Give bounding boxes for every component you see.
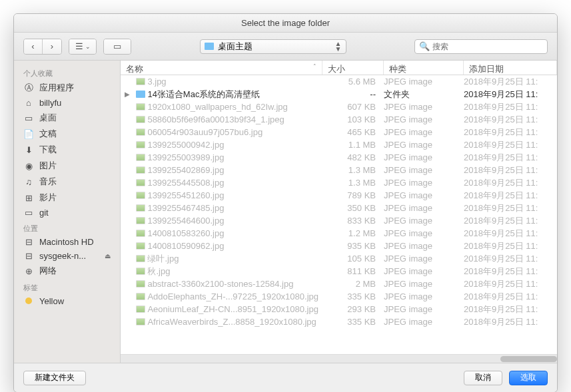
sidebar-item-label: 网络 <box>39 265 57 277</box>
file-row[interactable]: 1399255402869.jpg1.3 MBJPEG image2018年9月… <box>121 164 557 176</box>
sidebar-item[interactable]: ♫音乐 <box>14 174 120 190</box>
image-file-icon <box>134 116 147 123</box>
file-date: 2018年9月25日 11: <box>464 76 557 88</box>
back-button[interactable]: ‹ <box>24 39 43 54</box>
image-file-icon <box>134 293 147 300</box>
group-button[interactable]: ▭ <box>104 39 131 54</box>
sidebar-item-label: 音乐 <box>39 176 57 188</box>
home-icon: ⌂ <box>23 98 34 108</box>
file-size: 1.3 MB <box>322 178 384 188</box>
desktop-icon: ▭ <box>23 113 34 123</box>
file-name: 1400810590962.jpg <box>147 241 322 251</box>
file-row[interactable]: 1400810590962.jpg935 KBJPEG image2018年9月… <box>121 240 557 252</box>
view-mode-button[interactable]: ☰⌄ <box>69 39 96 54</box>
chevron-down-icon: ⌄ <box>85 43 91 50</box>
file-row[interactable]: 1399255467485.jpg350 KBJPEG image2018年9月… <box>121 202 557 214</box>
file-row[interactable]: AfricaWeaverbirds_Z...8858_1920x1080.jpg… <box>121 315 557 328</box>
file-row[interactable]: 060054r903auu97j057bu6.jpg465 KBJPEG ima… <box>121 126 557 138</box>
file-kind: JPEG image <box>384 102 464 112</box>
file-size: 5.6 MB <box>322 77 384 87</box>
file-row[interactable]: ▶14张适合Mac系统的高清壁纸--文件夹2018年9月25日 11: <box>121 88 557 100</box>
sidebar-item[interactable]: ⌂billyfu <box>14 96 120 110</box>
file-kind: JPEG image <box>384 279 464 289</box>
file-kind: JPEG image <box>384 190 464 200</box>
file-size: 350 KB <box>322 203 384 213</box>
file-date: 2018年9月25日 11: <box>464 228 557 240</box>
file-name: AfricaWeaverbirds_Z...8858_1920x1080.jpg <box>147 317 322 327</box>
search-field[interactable]: 🔍 <box>414 39 548 54</box>
eject-icon[interactable]: ⏏ <box>105 252 111 260</box>
sidebar-item[interactable]: ▭git <box>14 206 120 220</box>
file-row[interactable]: 1399255003989.jpg482 KBJPEG image2018年9月… <box>121 151 557 164</box>
header-name[interactable]: 名称˄ <box>121 61 322 75</box>
sidebar-item-label: sysgeek-n... <box>39 251 86 261</box>
file-kind: JPEG image <box>384 254 464 264</box>
forward-button[interactable]: › <box>43 39 61 54</box>
file-size: 789 KB <box>322 190 384 200</box>
sort-asc-icon: ˄ <box>313 63 316 70</box>
sidebar: 个人收藏Ⓐ应用程序⌂billyfu▭桌面📄文稿⬇下载◉图片♫音乐⊞影片▭git位… <box>14 61 121 363</box>
music-icon: ♫ <box>23 177 34 187</box>
image-file-icon <box>134 318 147 325</box>
file-row[interactable]: 3.jpg5.6 MBJPEG image2018年9月25日 11: <box>121 75 557 88</box>
file-name: 绿叶.jpg <box>147 253 322 265</box>
new-folder-button[interactable]: 新建文件夹 <box>23 371 86 385</box>
file-row[interactable]: AeoniumLeaf_ZH-CN...8951_1920x1080.jpg29… <box>121 303 557 315</box>
image-file-icon <box>134 179 147 186</box>
file-date: 2018年9月25日 11: <box>464 202 557 214</box>
search-icon: 🔍 <box>419 41 430 51</box>
file-size: 335 KB <box>322 292 384 301</box>
file-size: -- <box>322 89 384 99</box>
sidebar-item[interactable]: Yellow <box>14 294 120 308</box>
header-date[interactable]: 添加日期 <box>464 61 557 75</box>
file-list: 3.jpg5.6 MBJPEG image2018年9月25日 11:▶14张适… <box>121 75 557 354</box>
sidebar-item[interactable]: ⬇下载 <box>14 142 120 158</box>
file-row[interactable]: 1399255464600.jpg833 KBJPEG image2018年9月… <box>121 214 557 227</box>
sidebar-item[interactable]: ▭桌面 <box>14 110 120 126</box>
sidebar-item[interactable]: Ⓐ应用程序 <box>14 80 120 96</box>
file-date: 2018年9月25日 11: <box>464 139 557 151</box>
file-row[interactable]: 1399255445508.jpg1.3 MBJPEG image2018年9月… <box>121 176 557 189</box>
file-name: 秋.jpg <box>147 266 322 278</box>
image-file-icon <box>134 154 147 161</box>
header-size[interactable]: 大小 <box>322 61 384 75</box>
file-row[interactable]: 绿叶.jpg105 KBJPEG image2018年9月25日 11: <box>121 252 557 265</box>
updown-icon: ▲▼ <box>335 41 342 52</box>
file-row[interactable]: 1400810583260.jpg1.2 MBJPEG image2018年9月… <box>121 227 557 240</box>
sidebar-item[interactable]: 📄文稿 <box>14 126 120 142</box>
disclosure-triangle-icon[interactable]: ▶ <box>125 91 134 98</box>
image-file-icon <box>134 204 147 212</box>
sidebar-item[interactable]: ◉图片 <box>14 158 120 174</box>
cancel-button[interactable]: 取消 <box>464 371 502 385</box>
toolbar: ‹ › ☰⌄ ▭ 桌面主题 ▲▼ 🔍 <box>14 33 557 61</box>
file-size: 335 KB <box>322 317 384 327</box>
choose-button[interactable]: 选取 <box>509 371 548 385</box>
sidebar-section-header: 个人收藏 <box>14 65 120 80</box>
file-row[interactable]: abstract-3360x2100-stones-12584.jpg2 MBJ… <box>121 278 557 290</box>
path-select[interactable]: 桌面主题 ▲▼ <box>200 39 346 54</box>
disk-icon: ⊟ <box>23 237 34 247</box>
file-name: AeoniumLeaf_ZH-CN...8951_1920x1080.jpg <box>147 304 322 314</box>
file-row[interactable]: 1399255000942.jpg1.1 MBJPEG image2018年9月… <box>121 138 557 151</box>
file-row[interactable]: 1920x1080_wallpapers_hd_62Iw.jpg607 KBJP… <box>121 100 557 113</box>
file-date: 2018年9月25日 11: <box>464 114 557 126</box>
file-row[interactable]: 58860b5f6e9f6a00013b9f34_1.jpeg103 KBJPE… <box>121 113 557 126</box>
download-icon: ⬇ <box>23 145 34 155</box>
sidebar-item[interactable]: ⊟sysgeek-n...⏏ <box>14 249 120 263</box>
image-file-icon <box>134 217 147 224</box>
file-row[interactable]: 1399255451260.jpg789 KBJPEG image2018年9月… <box>121 189 557 202</box>
sidebar-item[interactable]: ⊟Macintosh HD <box>14 235 120 249</box>
sidebar-item[interactable]: ⊕网络 <box>14 263 120 279</box>
sidebar-item-label: Macintosh HD <box>39 237 94 247</box>
file-name: 1400810583260.jpg <box>147 228 322 238</box>
header-kind[interactable]: 种类 <box>384 61 464 75</box>
file-date: 2018年9月25日 11: <box>464 240 557 252</box>
file-browser: 名称˄ 大小 种类 添加日期 3.jpg5.6 MBJPEG image2018… <box>121 61 557 363</box>
file-size: 1.1 MB <box>322 140 384 150</box>
file-row[interactable]: AddoElephants_ZH-...97225_1920x1080.jpg3… <box>121 290 557 303</box>
sidebar-item[interactable]: ⊞影片 <box>14 190 120 206</box>
horizontal-scrollbar[interactable] <box>121 354 557 363</box>
file-row[interactable]: 秋.jpg811 KBJPEG image2018年9月25日 11: <box>121 265 557 278</box>
search-input[interactable] <box>432 42 543 51</box>
file-name: 1399255402869.jpg <box>147 165 322 175</box>
